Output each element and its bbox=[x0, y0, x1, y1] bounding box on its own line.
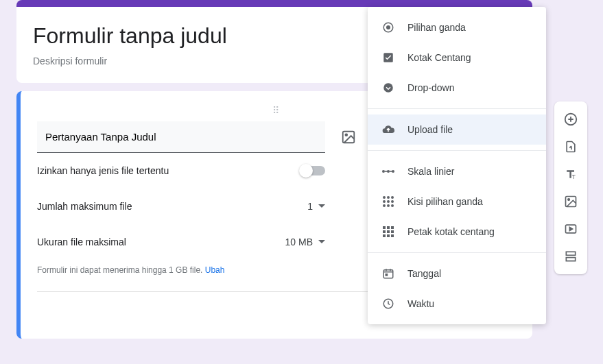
add-video-button[interactable] bbox=[558, 217, 583, 241]
option-linear-scale[interactable]: Skala linier bbox=[368, 156, 546, 186]
grid-radio-icon bbox=[381, 195, 395, 208]
max-files-dropdown[interactable]: 1 bbox=[307, 201, 325, 212]
svg-rect-28 bbox=[387, 234, 390, 237]
svg-point-12 bbox=[383, 196, 386, 199]
add-image-button[interactable] bbox=[558, 189, 583, 214]
option-radio[interactable]: Pilihan ganda bbox=[368, 12, 546, 43]
svg-point-14 bbox=[391, 196, 394, 199]
allow-specific-types-label: Izinkan hanya jenis file tertentu bbox=[37, 165, 169, 176]
grid-check-icon bbox=[381, 225, 395, 239]
question-type-dropdown: Pilihan ganda Kotak Centang Drop-down Up… bbox=[368, 7, 546, 324]
side-toolbar: T bbox=[554, 101, 587, 274]
image-icon bbox=[341, 130, 356, 145]
svg-rect-24 bbox=[383, 230, 386, 233]
video-icon bbox=[564, 222, 578, 236]
import-icon bbox=[564, 140, 578, 154]
svg-rect-26 bbox=[391, 230, 394, 233]
svg-point-1 bbox=[345, 134, 347, 136]
option-multiple-choice-grid[interactable]: Kisi pilihan ganda bbox=[368, 186, 546, 217]
svg-rect-27 bbox=[383, 234, 386, 237]
svg-point-36 bbox=[568, 199, 570, 201]
svg-rect-25 bbox=[387, 230, 390, 233]
svg-point-17 bbox=[391, 200, 394, 203]
add-image-button[interactable] bbox=[336, 125, 361, 149]
option-time[interactable]: Waktu bbox=[368, 289, 546, 319]
option-date[interactable]: Tanggal bbox=[368, 258, 546, 289]
divider bbox=[368, 108, 546, 109]
cloud-upload-icon bbox=[381, 123, 395, 136]
svg-rect-39 bbox=[566, 258, 575, 261]
section-icon bbox=[564, 250, 578, 263]
svg-rect-29 bbox=[391, 234, 394, 237]
radio-icon bbox=[381, 21, 395, 34]
option-checkbox-grid[interactable]: Petak kotak centang bbox=[368, 217, 546, 247]
svg-point-11 bbox=[392, 170, 394, 173]
clock-icon bbox=[381, 297, 395, 311]
svg-point-18 bbox=[383, 204, 386, 207]
allow-specific-types-toggle[interactable] bbox=[300, 166, 325, 175]
svg-text:T: T bbox=[572, 173, 576, 180]
svg-rect-22 bbox=[387, 226, 390, 229]
svg-point-9 bbox=[387, 170, 390, 173]
import-questions-button[interactable] bbox=[558, 134, 583, 159]
dropdown-icon bbox=[381, 81, 395, 95]
max-files-label: Jumlah maksimum file bbox=[37, 201, 132, 212]
chevron-down-icon bbox=[318, 204, 325, 208]
linear-scale-icon bbox=[381, 165, 395, 178]
svg-rect-30 bbox=[383, 270, 393, 278]
max-size-label: Ukuran file maksimal bbox=[37, 236, 126, 247]
chevron-down-icon bbox=[318, 240, 325, 244]
option-upload-file[interactable]: Upload file bbox=[368, 114, 546, 145]
option-dropdown[interactable]: Drop-down bbox=[368, 73, 546, 103]
svg-rect-21 bbox=[383, 226, 386, 229]
svg-point-7 bbox=[382, 170, 385, 173]
svg-point-13 bbox=[387, 196, 390, 199]
image-icon bbox=[564, 195, 578, 208]
text-icon: T bbox=[564, 167, 578, 181]
question-title-input[interactable] bbox=[37, 121, 325, 153]
add-question-button[interactable] bbox=[558, 107, 583, 132]
max-size-dropdown[interactable]: 10 MB bbox=[285, 236, 325, 247]
svg-rect-23 bbox=[391, 226, 394, 229]
add-title-button[interactable]: T bbox=[558, 162, 583, 186]
svg-point-4 bbox=[386, 25, 390, 29]
svg-point-15 bbox=[383, 200, 386, 203]
divider bbox=[368, 252, 546, 253]
option-checkbox[interactable]: Kotak Centang bbox=[368, 43, 546, 73]
svg-point-16 bbox=[387, 200, 390, 203]
add-section-button[interactable] bbox=[558, 244, 583, 269]
add-circle-icon bbox=[563, 112, 578, 127]
svg-point-19 bbox=[387, 204, 390, 207]
svg-rect-38 bbox=[566, 252, 575, 255]
divider bbox=[368, 150, 546, 151]
svg-point-6 bbox=[383, 83, 393, 93]
svg-point-20 bbox=[391, 204, 394, 207]
svg-rect-31 bbox=[386, 274, 387, 276]
calendar-icon bbox=[381, 267, 395, 280]
change-storage-link[interactable]: Ubah bbox=[205, 265, 225, 275]
checkbox-icon bbox=[381, 51, 395, 64]
